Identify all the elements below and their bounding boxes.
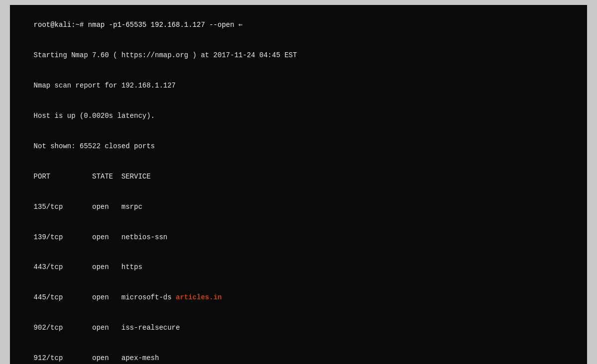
port-443: 443/tcp open https [34,263,142,271]
watermark-text: articles.in [176,293,221,301]
terminal-content: root@kali:~# nmap -p1-65535 192.168.1.12… [17,10,580,364]
port-912: 912/tcp open apex-mesh [34,354,159,362]
port-135: 135/tcp open msrpc [34,203,142,211]
port-139: 139/tcp open netbios-ssn [34,233,168,241]
not-shown-line: Not shown: 65522 closed ports [34,142,155,150]
port-445: 445/tcp open microsoft-ds articles.in [34,293,222,301]
port-902: 902/tcp open iss-realsecure [34,324,180,332]
header-line: PORT STATE SERVICE [34,173,151,181]
host-up-line: Host is up (0.0020s latency). [34,112,155,120]
nmap-starting-line: Starting Nmap 7.60 ( https://nmap.org ) … [34,51,297,59]
command-prompt: root@kali:~# nmap -p1-65535 192.168.1.12… [34,21,243,29]
scan-report-line: Nmap scan report for 192.168.1.127 [34,82,176,90]
terminal-window: root@kali:~# nmap -p1-65535 192.168.1.12… [10,5,587,364]
